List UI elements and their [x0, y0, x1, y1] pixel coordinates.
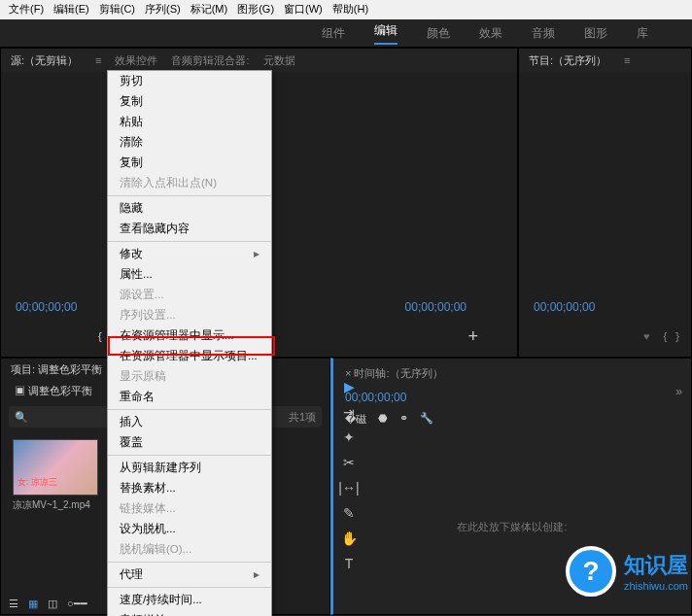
source-timecode-in[interactable]: 00;00;00;00 — [16, 300, 77, 314]
clip-name: 凉凉MV~1_2.mp4 — [13, 498, 98, 512]
program-transport: ♥ { } — [643, 324, 679, 349]
icon-view-icon[interactable]: ▦ — [28, 598, 38, 610]
mark-in-icon[interactable]: { — [98, 330, 102, 342]
menu-item[interactable]: 编辑(E) — [50, 2, 93, 17]
menu-item[interactable]: 窗口(W) — [280, 2, 327, 17]
bin-icon: ▣ — [15, 385, 25, 396]
clip-thumbnail[interactable]: 凉凉MV~1_2.mp4 — [13, 439, 98, 512]
source-panel-tabs: 源:（无剪辑）≡效果控件音频剪辑混合器:元数据 — [1, 49, 517, 72]
context-menu-item[interactable]: 复制 — [108, 153, 271, 173]
link-icon[interactable]: ⚭ — [399, 412, 408, 427]
context-menu-item[interactable]: 属性... — [108, 264, 271, 285]
timeline-tab[interactable]: × 时间轴:（无序列） — [333, 359, 691, 389]
clip-context-menu: 剪切复制粘贴清除复制清除入点和出点(N)隐藏查看隐藏内容修改属性...源设置..… — [107, 70, 272, 616]
context-menu-item[interactable]: 清除 — [108, 132, 271, 153]
search-icon: 🔍 — [15, 411, 28, 424]
context-menu-item[interactable]: 隐藏 — [108, 198, 271, 219]
slip-tool-icon[interactable]: |↔| — [338, 480, 359, 496]
workspace-tab[interactable]: 组件 — [322, 25, 345, 42]
program-panel-tabs: 节目:（无序列） ≡ — [519, 49, 691, 72]
watermark-icon: ? — [566, 546, 616, 597]
workspace-tab[interactable]: 编辑 — [374, 22, 398, 45]
context-menu-item: 显示原稿 — [108, 366, 271, 387]
context-menu-item: 清除入点和出点(N) — [108, 173, 271, 193]
context-menu-item[interactable]: 设为脱机... — [108, 519, 271, 539]
context-menu-item[interactable]: 粘贴 — [108, 112, 271, 132]
program-monitor-panel: 节目:（无序列） ≡ 00;00;00;00 ♥ { } — [518, 48, 692, 358]
panel-menu-icon[interactable]: ≡ — [624, 54, 630, 66]
context-menu-item[interactable]: 替换素材... — [108, 478, 271, 498]
context-menu-item[interactable]: 插入 — [108, 412, 271, 432]
timeline-empty-text: 在此处放下媒体以创建: — [333, 520, 691, 534]
context-menu-item[interactable]: 从剪辑新建序列 — [108, 458, 271, 478]
context-menu-item[interactable]: 修改 — [108, 244, 271, 264]
workspace-tab[interactable]: 音频 — [532, 25, 555, 42]
timeline-timecode[interactable]: 00;00;00;00 — [333, 389, 691, 406]
watermark-title: 知识屋 — [624, 551, 688, 580]
workspace-tab[interactable]: 图形 — [584, 25, 607, 42]
track-select-tool-icon[interactable]: ⇥ — [343, 404, 355, 420]
program-tab[interactable]: 节目:（无序列） — [529, 53, 606, 68]
freeform-view-icon[interactable]: ◫ — [48, 598, 57, 610]
workspace-tabs: 组件编辑颜色效果音频图形库 — [0, 19, 692, 47]
panel-chevron-icon[interactable]: » — [675, 385, 682, 398]
type-tool-icon[interactable]: T — [345, 556, 354, 571]
context-menu-item[interactable]: 重命名 — [108, 387, 271, 407]
hand-tool-icon[interactable]: ✋ — [341, 530, 358, 546]
context-menu-item: 脱机编辑(O)... — [108, 539, 271, 560]
add-icon[interactable]: + — [467, 326, 478, 347]
workspace-tab[interactable]: 库 — [637, 25, 648, 42]
context-menu-item: 链接媒体... — [108, 498, 271, 519]
project-footer: ☰ ▦ ◫ ○━━ — [9, 598, 87, 610]
watermark: ? 知识屋 zhishiwu.com — [566, 546, 688, 597]
zoom-slider[interactable]: ○━━ — [67, 598, 87, 610]
source-tab[interactable]: 效果控件 — [115, 53, 157, 68]
workspace-tab[interactable]: 效果 — [479, 25, 502, 42]
context-menu-item[interactable]: 音频增益... — [108, 610, 271, 616]
context-menu-item: 序列设置... — [108, 305, 271, 325]
menu-item[interactable]: 剪辑(C) — [95, 2, 139, 17]
context-menu-item: 源设置... — [108, 285, 271, 305]
context-menu-item[interactable]: 复制 — [108, 91, 271, 112]
source-tab[interactable]: 源:（无剪辑） — [11, 53, 78, 68]
panel-menu-icon[interactable]: ≡ — [95, 54, 101, 66]
thumbnail-image — [13, 439, 98, 496]
source-timecode-out[interactable]: 00;00;00;00 — [405, 300, 467, 314]
project-tab[interactable]: 项目: 调整色彩平衡 — [11, 362, 102, 377]
menu-item[interactable]: 文件(F) — [5, 2, 48, 17]
context-menu-item[interactable]: 剪切 — [108, 71, 271, 91]
context-menu-item[interactable]: 速度/持续时间... — [108, 590, 271, 610]
razor-tool-icon[interactable]: ✂ — [343, 455, 355, 470]
item-count: 共1项 — [289, 410, 316, 425]
project-name: 调整色彩平衡 — [28, 385, 92, 396]
workspace-tab[interactable]: 颜色 — [427, 25, 450, 42]
menubar: 文件(F)编辑(E)剪辑(C)序列(S)标记(M)图形(G)窗口(W)帮助(H) — [0, 0, 692, 19]
program-timecode[interactable]: 00;00;00;00 — [534, 300, 595, 314]
heart-icon[interactable]: ♥ — [643, 330, 650, 342]
source-tab[interactable]: 音频剪辑混合器: — [171, 53, 249, 68]
watermark-url: zhishiwu.com — [624, 580, 688, 592]
marker-icon[interactable]: ⬣ — [378, 412, 388, 427]
list-view-icon[interactable]: ☰ — [9, 598, 18, 610]
context-menu-item[interactable]: 查看隐藏内容 — [108, 219, 271, 239]
menu-item[interactable]: 标记(M) — [187, 2, 232, 17]
context-menu-item[interactable]: 覆盖 — [108, 432, 271, 453]
context-menu-item[interactable]: 在资源管理器中显示... — [108, 325, 271, 346]
context-menu-item[interactable]: 在资源管理器中显示项目... — [108, 346, 271, 366]
pen-tool-icon[interactable]: ✎ — [343, 505, 355, 521]
menu-item[interactable]: 图形(G) — [233, 2, 278, 17]
menu-item[interactable]: 帮助(H) — [329, 2, 372, 17]
context-menu-item[interactable]: 代理 — [108, 565, 271, 585]
tools-panel: ▶ ⇥ ✦ ✂ |↔| ✎ ✋ T — [336, 379, 362, 571]
settings-icon[interactable]: 🔧 — [420, 412, 433, 427]
menu-item[interactable]: 序列(S) — [141, 2, 185, 17]
ripple-tool-icon[interactable]: ✦ — [343, 429, 355, 445]
brackets-icon[interactable]: { } — [663, 330, 679, 342]
source-tab[interactable]: 元数据 — [263, 53, 295, 68]
selection-tool-icon[interactable]: ▶ — [344, 379, 355, 394]
